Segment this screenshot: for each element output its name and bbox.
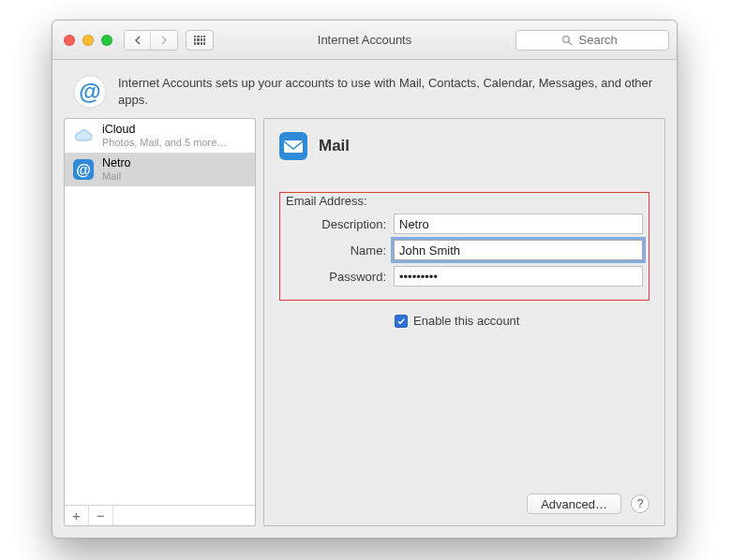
account-subtitle: Mail (102, 170, 131, 182)
help-button[interactable]: ? (631, 494, 649, 513)
detail-title: Mail (319, 137, 350, 155)
advanced-button[interactable]: Advanced… (527, 494, 621, 514)
account-subtitle: Photos, Mail, and 5 more… (102, 137, 227, 148)
enable-account-row[interactable]: Enable this account (395, 314, 649, 328)
svg-rect-7 (284, 140, 303, 153)
description-band: @ Internet Accounts sets up your account… (52, 60, 677, 118)
chevron-right-icon (160, 36, 168, 45)
close-window[interactable] (64, 35, 75, 46)
password-row: Password: (286, 266, 643, 287)
account-item-netro[interactable]: @ Netro Mail (65, 153, 255, 186)
grid-icon (194, 36, 205, 45)
name-input[interactable] (394, 240, 643, 260)
show-all-button[interactable] (186, 30, 214, 51)
chevron-left-icon (134, 36, 142, 45)
nav-back-forward (124, 30, 178, 51)
description-row: Description: (286, 214, 643, 234)
add-account-button[interactable]: + (65, 506, 89, 525)
password-label: Password: (286, 270, 394, 284)
account-name: iCloud (102, 124, 227, 137)
checkmark-icon (396, 317, 406, 326)
description-input[interactable] (394, 214, 643, 234)
svg-point-0 (562, 36, 569, 42)
mail-app-icon (279, 132, 307, 160)
remove-account-button[interactable]: − (89, 506, 113, 525)
search-input[interactable] (577, 32, 624, 48)
enable-account-checkbox[interactable] (395, 315, 408, 328)
description-text: Internet Accounts sets up your accounts … (118, 75, 656, 108)
email-address-section: Email Address: Description: Name: Passwo… (279, 192, 649, 301)
svg-text:@: @ (79, 79, 100, 104)
svg-line-1 (568, 41, 571, 44)
icloud-icon (72, 125, 95, 147)
zoom-window[interactable] (101, 35, 112, 46)
account-detail-pane: Mail Email Address: Description: Name: P… (263, 118, 665, 526)
search-field-wrap[interactable] (515, 30, 669, 51)
minimize-window[interactable] (82, 35, 94, 46)
svg-text:@: @ (76, 162, 91, 178)
at-icon: @ (73, 75, 107, 109)
detail-footer: Advanced… ? (279, 494, 649, 514)
titlebar: Internet Accounts (52, 21, 677, 60)
name-row: Name: (286, 240, 643, 260)
enable-account-label: Enable this account (413, 314, 519, 328)
nav-forward-button[interactable] (151, 31, 177, 50)
name-label: Name: (286, 243, 394, 258)
account-name: Netro (102, 157, 131, 170)
detail-header: Mail (279, 132, 649, 160)
description-label: Description: (286, 217, 394, 231)
window-controls (64, 35, 112, 46)
content-split: iCloud Photos, Mail, and 5 more… @ Netro… (52, 118, 677, 538)
password-input[interactable] (394, 266, 643, 287)
preferences-window: Internet Accounts @ Internet Accounts se… (52, 20, 678, 538)
search-icon (561, 35, 573, 46)
accounts-sidebar: iCloud Photos, Mail, and 5 more… @ Netro… (64, 118, 256, 526)
nav-back-button[interactable] (125, 31, 151, 50)
accounts-list: iCloud Photos, Mail, and 5 more… @ Netro… (65, 119, 255, 505)
at-badge-icon: @ (72, 158, 95, 181)
account-item-icloud[interactable]: iCloud Photos, Mail, and 5 more… (65, 119, 255, 153)
section-label: Email Address: (286, 194, 643, 208)
sidebar-footer: + − (65, 505, 255, 525)
